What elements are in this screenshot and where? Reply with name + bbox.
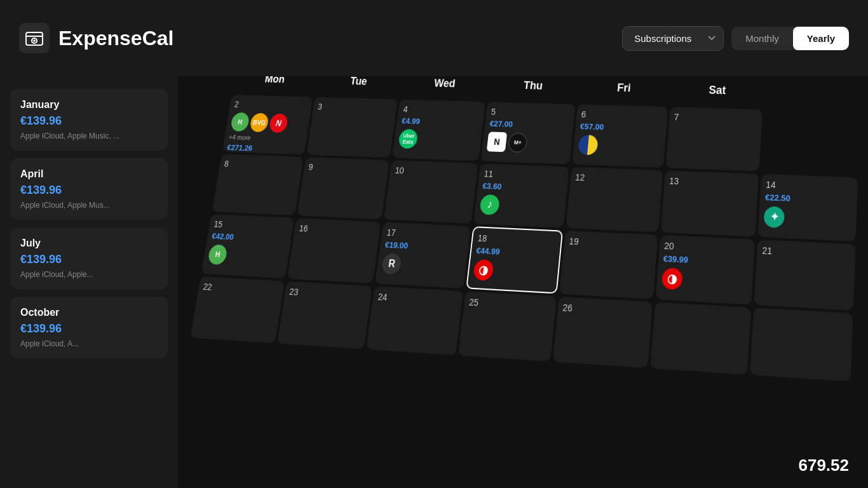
cal-cell-24[interactable]: 24 [367,286,464,355]
bvg-icon: BVG [249,113,269,132]
cell-date: 9 [308,162,385,175]
filter-select[interactable]: Subscriptions [622,26,724,51]
sidebar-amount: €139.96 [20,253,158,266]
cell-amount: €3.60 [482,181,563,194]
cell-date: 18 [477,233,557,247]
cal-cell-7[interactable]: 7 [665,107,763,171]
cell-amount: €39.99 [663,254,749,268]
cell-date: 25 [468,297,551,312]
cal-cell-2[interactable]: 2 H BVG N +4 more €271.26 [222,95,313,154]
cell-icons [578,135,661,158]
sidebar-item-january[interactable]: January €139.96 Apple iCloud, Apple Musi… [10,89,168,151]
cell-date: 12 [575,172,658,186]
cal-cell-11[interactable]: 11 €3.60 ♪ [473,163,569,228]
cell-date: 8 [224,159,299,172]
cell-icons: UberEats [398,129,477,151]
circle-half-icon [578,135,599,155]
sidebar-item-october[interactable]: October €139.96 Apple iCloud, A... [10,297,168,358]
sidebar-month-label: April [20,168,158,180]
calendar: Mon Tue Wed Thu Fri Sat 2 H BVG N +4 mor… [163,62,868,488]
spotify-icon: ♪ [479,194,500,215]
netflix-icon: N [268,114,288,133]
cal-cell-23[interactable]: 23 [277,281,372,349]
cal-cell-14[interactable]: 14 €22.50 ✦ [758,173,858,241]
cell-amount: €19.00 [384,240,464,254]
app-header: ExpenseCal Subscriptions Monthly Yearly [0,0,868,76]
cell-icons: N M+ [487,132,568,154]
cell-icons: ✦ [764,206,852,231]
cell-icons: ◑ [661,268,748,294]
cell-date: 22 [203,281,280,296]
cal-cell-26[interactable]: 26 [553,297,653,368]
day-header-sat: Sat [670,78,764,104]
cal-cell-15[interactable]: 15 €42.00 H [201,214,294,278]
sidebar-item-july[interactable]: July €139.96 Apple iCloud, Apple... [10,227,168,289]
cell-amount: €44.99 [476,246,555,259]
cal-cell-10[interactable]: 10 [384,160,478,224]
cell-date: 16 [299,223,376,237]
day-header-thu: Thu [489,74,578,98]
cal-cell-19[interactable]: 19 [559,231,658,299]
cell-icons: ◑ [473,259,553,284]
period-toggle: Monthly Yearly [731,27,849,50]
cell-date: 13 [669,175,754,189]
cal-cell-20[interactable]: 20 €39.99 ◑ [655,235,755,304]
cal-cell-17[interactable]: 17 €19.00 R [376,222,471,288]
cal-cell-3[interactable]: 3 [306,97,398,158]
vodafone-icon: ◑ [473,259,494,281]
mplus-icon: M+ [508,132,529,152]
cal-cell-18[interactable]: 18 €44.99 ◑ [466,226,563,294]
cal-cell-9[interactable]: 9 [297,157,390,220]
header-controls: Subscriptions Monthly Yearly [622,26,849,51]
cell-date: 11 [484,168,564,182]
sidebar-month-label: July [20,238,158,249]
cell-date: 26 [562,302,647,318]
cell-date: 10 [395,165,473,178]
cell-date: 20 [664,241,750,255]
cal-cell-13[interactable]: 13 [660,170,759,237]
sidebar: January €139.96 Apple iCloud, Apple Musi… [0,76,178,488]
cal-cell-16[interactable]: 16 [287,218,381,283]
cal-cell-4[interactable]: 4 €4.99 UberEats [392,100,485,161]
sidebar-amount: €139.96 [20,322,158,336]
cell-amount: €271.26 [226,143,301,154]
day-header-fri: Fri [578,76,670,100]
cal-cell-25[interactable]: 25 [458,291,557,361]
cell-icons: R [381,254,463,278]
cell-amount: €27.00 [489,119,569,130]
cell-icons: ♪ [479,194,561,217]
sidebar-subs: Apple iCloud, Apple Music, ... [20,132,158,140]
monthly-toggle[interactable]: Monthly [731,27,793,50]
logo-area: ExpenseCal [19,23,173,53]
cal-cell-22[interactable]: 22 [190,276,284,343]
yearly-toggle[interactable]: Yearly [793,27,849,50]
cell-date: 5 [491,107,570,119]
sidebar-amount: €139.96 [20,114,158,128]
cal-cell-12[interactable]: 12 [566,166,663,233]
cell-date: 19 [569,236,653,251]
sidebar-month-label: January [20,99,158,111]
sidebar-month-label: October [20,307,158,318]
cell-date: 3 [317,102,393,113]
sidebar-item-april[interactable]: April €139.96 Apple iCloud, Apple Mus... [10,158,168,220]
chatgpt-icon: ✦ [764,206,785,228]
sidebar-amount: €139.96 [20,184,158,197]
cal-cell-5[interactable]: 5 €27.00 N M+ [481,102,576,164]
cell-date: 17 [386,227,466,241]
cell-date: 24 [377,292,458,307]
more-badge: +4 more [228,133,302,143]
cell-amount: €22.50 [765,192,852,205]
cal-cell-8[interactable]: 8 [212,154,303,215]
cal-cell-empty-3 [750,308,853,381]
total-badge: 679.52 [798,456,849,475]
cell-date: 7 [674,112,757,125]
cal-cell-21[interactable]: 21 [754,240,856,310]
app-name: ExpenseCal [58,27,173,50]
total-value: 679.52 [798,456,849,475]
cell-date: 14 [766,179,853,193]
logo-icon [19,23,50,53]
cell-amount: €4.99 [401,116,478,128]
cell-icons: H [207,245,285,269]
cal-cell-6[interactable]: 6 €57.00 [572,104,668,167]
cell-icons: H BVG N [230,112,306,133]
